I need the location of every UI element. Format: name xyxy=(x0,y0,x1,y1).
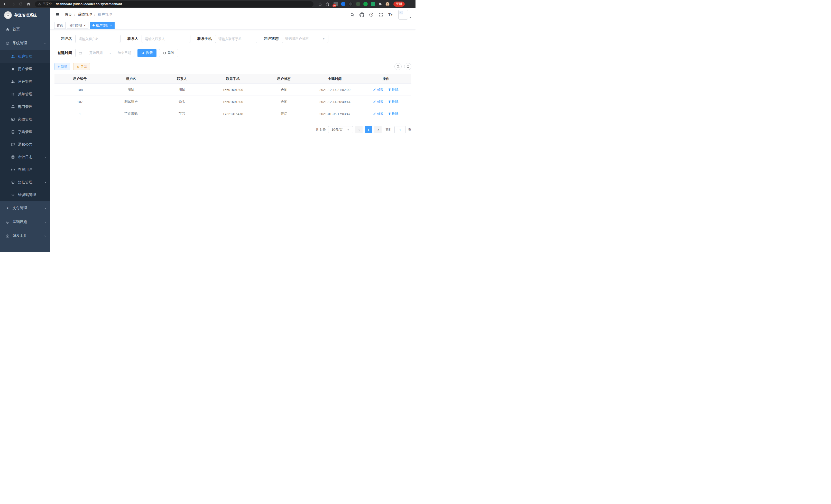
sidebar-item-user-mgmt[interactable]: 用户管理 xyxy=(0,63,50,75)
avatar xyxy=(398,10,408,20)
tab-dept-mgmt[interactable]: 部门管理 ✕ xyxy=(67,22,88,29)
sidebar-item-label: 通知公告 xyxy=(18,142,32,147)
extension-icon[interactable] xyxy=(371,2,375,6)
date-range-picker[interactable]: 开始日期 - 结束日期 xyxy=(75,49,134,57)
app-logo xyxy=(4,11,12,19)
app-logo-row[interactable]: 芋道管理系统 xyxy=(0,8,50,22)
sidebar-item-label: 支付管理 xyxy=(12,206,27,210)
column-header-id: 租户编号 xyxy=(55,74,105,84)
infrastructure-monitor-icon xyxy=(5,220,9,224)
add-button[interactable]: + 新增 xyxy=(55,63,70,70)
extension-icon[interactable] xyxy=(356,2,360,6)
cell-created-at: 2021-12-14 20:49:44 xyxy=(309,96,360,108)
page-size-select[interactable]: 10条/页 ▼ xyxy=(328,126,353,133)
breadcrumb-system[interactable]: 系统管理 xyxy=(78,12,92,17)
sidebar-item-label: 角色管理 xyxy=(18,79,32,84)
sidebar-item-post-mgmt[interactable]: 岗位管理 xyxy=(0,113,50,126)
jump-page-input[interactable] xyxy=(395,126,406,133)
edit-link[interactable]: 修改 xyxy=(373,99,384,104)
sidebar-item-online-users[interactable]: 在线用户 xyxy=(0,164,50,176)
tenant-name-input[interactable] xyxy=(79,37,117,41)
svg-text:¥: ¥ xyxy=(7,206,8,210)
extension-icon[interactable] xyxy=(341,2,345,6)
dictionary-book-icon xyxy=(11,130,15,134)
browser-menu-icon[interactable] xyxy=(407,1,413,7)
gear-icon xyxy=(5,41,9,45)
toggle-search-icon[interactable] xyxy=(395,63,402,70)
forward-icon[interactable] xyxy=(10,1,17,7)
reload-icon[interactable] xyxy=(18,1,24,7)
extension-icon[interactable] xyxy=(348,2,353,6)
url-text: dashboard.yudao.iocoder.cn/system/tenant xyxy=(56,2,122,6)
sidebar-item-dev-tools[interactable]: 研发工具 xyxy=(0,229,50,243)
user-avatar-menu[interactable] xyxy=(398,10,411,20)
roles-users-icon xyxy=(11,80,15,84)
chevron-down-icon xyxy=(44,221,47,224)
cell-tenant-id: 1 xyxy=(55,108,105,120)
search-button[interactable]: 搜索 xyxy=(138,49,156,57)
cell-contact: 秃头 xyxy=(156,96,207,108)
cell-created-at: 2021-12-14 21:02:09 xyxy=(309,84,360,96)
menu-list-icon xyxy=(11,92,15,96)
sidebar-item-error-code[interactable]: 错误码管理 xyxy=(0,188,50,201)
close-icon[interactable]: ✕ xyxy=(110,24,112,27)
sidebar-item-role-mgmt[interactable]: 角色管理 xyxy=(0,75,50,88)
hamburger-icon[interactable] xyxy=(55,11,61,18)
back-icon[interactable] xyxy=(2,1,9,7)
prev-page-button[interactable] xyxy=(355,126,363,133)
delete-link[interactable]: 删除 xyxy=(388,112,399,116)
sidebar-item-payment[interactable]: ¥ 支付管理 xyxy=(0,201,50,215)
status-select[interactable]: 请选择租户状态 ▼ xyxy=(282,35,328,43)
chevron-down-icon: ▼ xyxy=(347,128,350,131)
sidebar-item-label: 在线用户 xyxy=(18,168,32,172)
bookmark-star-icon[interactable] xyxy=(324,1,331,7)
tab-tenant-mgmt[interactable]: 租户管理 ✕ xyxy=(90,22,115,29)
export-button[interactable]: 导出 xyxy=(73,63,90,70)
extension-icon[interactable] xyxy=(363,2,368,6)
fullscreen-icon[interactable] xyxy=(378,12,383,17)
close-icon[interactable]: ✕ xyxy=(83,24,86,27)
extension-icon[interactable]: 10 xyxy=(334,2,338,6)
browser-update-button[interactable]: 更新 xyxy=(393,2,405,7)
reset-button[interactable]: 重置 xyxy=(159,49,178,57)
sidebar-item-system[interactable]: 系统管理 xyxy=(0,36,50,50)
sidebar-item-infrastructure[interactable]: 基础设施 xyxy=(0,215,50,229)
sidebar-item-menu-mgmt[interactable]: 菜单管理 xyxy=(0,88,50,100)
edit-link[interactable]: 修改 xyxy=(373,87,384,92)
sidebar-item-home[interactable]: 首页 xyxy=(0,22,50,36)
edit-pencil-icon xyxy=(373,88,376,91)
cell-status: 关闭 xyxy=(258,96,309,108)
sidebar-item-audit-log[interactable]: 审计日志 xyxy=(0,151,50,164)
phone-input[interactable] xyxy=(219,37,254,41)
tab-home[interactable]: 首页 xyxy=(54,22,65,29)
home-icon[interactable] xyxy=(25,1,32,7)
download-icon xyxy=(76,65,79,68)
cell-phone: 15601691300 xyxy=(207,84,258,96)
sidebar-item-tenant-mgmt[interactable]: 租户管理 xyxy=(0,50,50,63)
page-number-button[interactable]: 1 xyxy=(365,126,372,133)
breadcrumb-home[interactable]: 首页 xyxy=(65,12,72,17)
edit-link[interactable]: 修改 xyxy=(373,112,384,116)
search-icon[interactable] xyxy=(350,12,355,17)
share-icon[interactable] xyxy=(317,1,323,7)
refresh-icon[interactable] xyxy=(404,63,411,70)
sidebar-item-sms-mgmt[interactable]: 短信管理 xyxy=(0,176,50,188)
address-bar[interactable]: 不安全 dashboard.yudao.iocoder.cn/system/te… xyxy=(35,1,314,7)
cell-actions: 修改 删除 xyxy=(361,84,411,96)
chevron-down-icon xyxy=(44,181,47,184)
sidebar-item-notice[interactable]: 通知公告 xyxy=(0,138,50,151)
delete-link[interactable]: 删除 xyxy=(388,87,399,92)
delete-link[interactable]: 删除 xyxy=(388,99,399,104)
next-page-button[interactable] xyxy=(374,126,381,133)
font-size-icon[interactable]: TT xyxy=(388,12,393,17)
jump-suffix-label: 页 xyxy=(408,127,411,132)
extensions-puzzle-icon[interactable] xyxy=(378,2,382,6)
sidebar-item-dict-mgmt[interactable]: 字典管理 xyxy=(0,126,50,138)
svg-text:T: T xyxy=(388,12,391,17)
cell-phone: 15601691300 xyxy=(207,96,258,108)
profile-avatar-icon[interactable] xyxy=(385,2,390,6)
contact-input[interactable] xyxy=(145,37,187,41)
help-icon[interactable]: ? xyxy=(369,12,374,17)
github-icon[interactable] xyxy=(359,12,364,17)
sidebar-item-dept-mgmt[interactable]: 部门管理 xyxy=(0,100,50,113)
